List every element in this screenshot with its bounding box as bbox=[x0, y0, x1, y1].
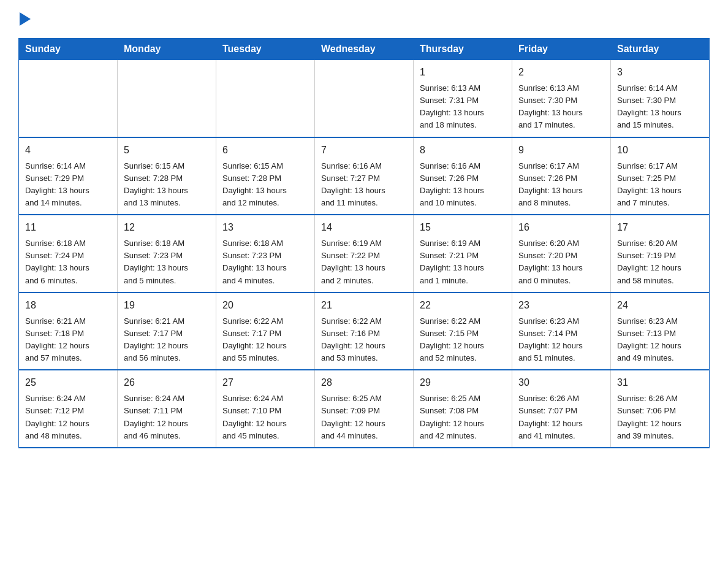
calendar-day-cell: 30Sunrise: 6:26 AM Sunset: 7:07 PM Dayli… bbox=[512, 370, 611, 448]
calendar-day-cell: 2Sunrise: 6:13 AM Sunset: 7:30 PM Daylig… bbox=[512, 60, 611, 137]
calendar-day-cell: 14Sunrise: 6:19 AM Sunset: 7:22 PM Dayli… bbox=[315, 215, 414, 293]
day-number: 23 bbox=[518, 298, 604, 313]
calendar-day-cell: 29Sunrise: 6:25 AM Sunset: 7:08 PM Dayli… bbox=[414, 370, 512, 448]
day-of-week-header: Tuesday bbox=[216, 39, 315, 60]
calendar-week-row: 4Sunrise: 6:14 AM Sunset: 7:29 PM Daylig… bbox=[19, 137, 710, 215]
calendar-day-cell: 17Sunrise: 6:20 AM Sunset: 7:19 PM Dayli… bbox=[611, 215, 710, 293]
day-info: Sunrise: 6:14 AM Sunset: 7:29 PM Dayligh… bbox=[25, 160, 111, 210]
day-info: Sunrise: 6:23 AM Sunset: 7:13 PM Dayligh… bbox=[617, 315, 703, 365]
calendar-day-cell: 21Sunrise: 6:22 AM Sunset: 7:16 PM Dayli… bbox=[315, 293, 414, 370]
day-info: Sunrise: 6:20 AM Sunset: 7:19 PM Dayligh… bbox=[617, 237, 703, 287]
day-number: 20 bbox=[222, 298, 308, 313]
day-number: 8 bbox=[420, 143, 506, 158]
calendar-day-cell: 13Sunrise: 6:18 AM Sunset: 7:23 PM Dayli… bbox=[216, 215, 315, 293]
calendar-day-cell: 15Sunrise: 6:19 AM Sunset: 7:21 PM Dayli… bbox=[414, 215, 512, 293]
calendar-day-cell: 11Sunrise: 6:18 AM Sunset: 7:24 PM Dayli… bbox=[19, 215, 118, 293]
day-number: 5 bbox=[124, 143, 210, 158]
day-of-week-header: Thursday bbox=[414, 39, 512, 60]
day-info: Sunrise: 6:22 AM Sunset: 7:17 PM Dayligh… bbox=[222, 315, 308, 365]
calendar-day-cell: 5Sunrise: 6:15 AM Sunset: 7:28 PM Daylig… bbox=[118, 137, 216, 215]
calendar-week-row: 11Sunrise: 6:18 AM Sunset: 7:24 PM Dayli… bbox=[19, 215, 710, 293]
day-info: Sunrise: 6:24 AM Sunset: 7:11 PM Dayligh… bbox=[124, 393, 210, 442]
day-info: Sunrise: 6:17 AM Sunset: 7:26 PM Dayligh… bbox=[518, 160, 604, 210]
day-info: Sunrise: 6:18 AM Sunset: 7:24 PM Dayligh… bbox=[25, 237, 111, 287]
day-info: Sunrise: 6:22 AM Sunset: 7:16 PM Dayligh… bbox=[321, 315, 407, 365]
day-info: Sunrise: 6:19 AM Sunset: 7:22 PM Dayligh… bbox=[321, 237, 407, 287]
calendar-table: SundayMondayTuesdayWednesdayThursdayFrid… bbox=[18, 38, 710, 448]
day-number: 17 bbox=[617, 220, 703, 235]
day-info: Sunrise: 6:26 AM Sunset: 7:06 PM Dayligh… bbox=[617, 393, 703, 442]
calendar-day-cell bbox=[118, 60, 216, 137]
calendar-day-cell: 19Sunrise: 6:21 AM Sunset: 7:17 PM Dayli… bbox=[118, 293, 216, 370]
calendar-day-cell bbox=[216, 60, 315, 137]
day-number: 10 bbox=[617, 143, 703, 158]
calendar-week-row: 25Sunrise: 6:24 AM Sunset: 7:12 PM Dayli… bbox=[19, 370, 710, 448]
day-number: 2 bbox=[518, 65, 604, 80]
day-number: 13 bbox=[222, 220, 308, 235]
day-number: 24 bbox=[617, 298, 703, 313]
calendar-day-cell: 27Sunrise: 6:24 AM Sunset: 7:10 PM Dayli… bbox=[216, 370, 315, 448]
day-info: Sunrise: 6:18 AM Sunset: 7:23 PM Dayligh… bbox=[222, 237, 308, 287]
day-number: 27 bbox=[222, 375, 308, 390]
day-info: Sunrise: 6:19 AM Sunset: 7:21 PM Dayligh… bbox=[420, 237, 506, 287]
day-info: Sunrise: 6:13 AM Sunset: 7:30 PM Dayligh… bbox=[518, 82, 604, 132]
day-info: Sunrise: 6:13 AM Sunset: 7:31 PM Dayligh… bbox=[420, 82, 506, 132]
day-number: 30 bbox=[518, 375, 604, 390]
day-number: 14 bbox=[321, 220, 407, 235]
day-number: 29 bbox=[420, 375, 506, 390]
day-number: 19 bbox=[124, 298, 210, 313]
calendar-week-row: 18Sunrise: 6:21 AM Sunset: 7:18 PM Dayli… bbox=[19, 293, 710, 370]
day-of-week-header: Friday bbox=[512, 39, 611, 60]
calendar-day-cell: 9Sunrise: 6:17 AM Sunset: 7:26 PM Daylig… bbox=[512, 137, 611, 215]
calendar-day-cell: 8Sunrise: 6:16 AM Sunset: 7:26 PM Daylig… bbox=[414, 137, 512, 215]
calendar-day-cell bbox=[315, 60, 414, 137]
calendar-day-cell: 18Sunrise: 6:21 AM Sunset: 7:18 PM Dayli… bbox=[19, 293, 118, 370]
day-info: Sunrise: 6:25 AM Sunset: 7:08 PM Dayligh… bbox=[420, 393, 506, 442]
day-of-week-header: Wednesday bbox=[315, 39, 414, 60]
day-info: Sunrise: 6:21 AM Sunset: 7:17 PM Dayligh… bbox=[124, 315, 210, 365]
day-number: 26 bbox=[124, 375, 210, 390]
day-number: 16 bbox=[518, 220, 604, 235]
day-number: 28 bbox=[321, 375, 407, 390]
day-number: 15 bbox=[420, 220, 506, 235]
calendar-day-cell: 31Sunrise: 6:26 AM Sunset: 7:06 PM Dayli… bbox=[611, 370, 710, 448]
calendar-day-cell: 4Sunrise: 6:14 AM Sunset: 7:29 PM Daylig… bbox=[19, 137, 118, 215]
day-info: Sunrise: 6:20 AM Sunset: 7:20 PM Dayligh… bbox=[518, 237, 604, 287]
calendar-day-cell: 23Sunrise: 6:23 AM Sunset: 7:14 PM Dayli… bbox=[512, 293, 611, 370]
calendar-day-cell: 24Sunrise: 6:23 AM Sunset: 7:13 PM Dayli… bbox=[611, 293, 710, 370]
day-info: Sunrise: 6:22 AM Sunset: 7:15 PM Dayligh… bbox=[420, 315, 506, 365]
day-of-week-header: Monday bbox=[118, 39, 216, 60]
calendar-day-cell: 25Sunrise: 6:24 AM Sunset: 7:12 PM Dayli… bbox=[19, 370, 118, 448]
day-number: 25 bbox=[25, 375, 111, 390]
day-info: Sunrise: 6:23 AM Sunset: 7:14 PM Dayligh… bbox=[518, 315, 604, 365]
calendar-day-cell: 7Sunrise: 6:16 AM Sunset: 7:27 PM Daylig… bbox=[315, 137, 414, 215]
day-of-week-header: Sunday bbox=[19, 39, 118, 60]
day-info: Sunrise: 6:17 AM Sunset: 7:25 PM Dayligh… bbox=[617, 160, 703, 210]
logo bbox=[18, 12, 31, 26]
day-number: 3 bbox=[617, 65, 703, 80]
day-info: Sunrise: 6:24 AM Sunset: 7:10 PM Dayligh… bbox=[222, 393, 308, 442]
day-number: 9 bbox=[518, 143, 604, 158]
calendar-day-cell: 6Sunrise: 6:15 AM Sunset: 7:28 PM Daylig… bbox=[216, 137, 315, 215]
day-info: Sunrise: 6:18 AM Sunset: 7:23 PM Dayligh… bbox=[124, 237, 210, 287]
calendar-day-cell: 16Sunrise: 6:20 AM Sunset: 7:20 PM Dayli… bbox=[512, 215, 611, 293]
calendar-day-cell: 26Sunrise: 6:24 AM Sunset: 7:11 PM Dayli… bbox=[118, 370, 216, 448]
day-info: Sunrise: 6:14 AM Sunset: 7:30 PM Dayligh… bbox=[617, 82, 703, 132]
page-header bbox=[18, 12, 710, 26]
calendar-day-cell: 10Sunrise: 6:17 AM Sunset: 7:25 PM Dayli… bbox=[611, 137, 710, 215]
day-info: Sunrise: 6:21 AM Sunset: 7:18 PM Dayligh… bbox=[25, 315, 111, 365]
day-info: Sunrise: 6:16 AM Sunset: 7:27 PM Dayligh… bbox=[321, 160, 407, 210]
day-number: 7 bbox=[321, 143, 407, 158]
day-info: Sunrise: 6:26 AM Sunset: 7:07 PM Dayligh… bbox=[518, 393, 604, 442]
day-number: 12 bbox=[124, 220, 210, 235]
day-number: 11 bbox=[25, 220, 111, 235]
calendar-day-cell: 12Sunrise: 6:18 AM Sunset: 7:23 PM Dayli… bbox=[118, 215, 216, 293]
calendar-day-cell: 22Sunrise: 6:22 AM Sunset: 7:15 PM Dayli… bbox=[414, 293, 512, 370]
logo-arrow-icon bbox=[20, 12, 31, 26]
calendar-day-cell: 1Sunrise: 6:13 AM Sunset: 7:31 PM Daylig… bbox=[414, 60, 512, 137]
day-info: Sunrise: 6:16 AM Sunset: 7:26 PM Dayligh… bbox=[420, 160, 506, 210]
calendar-day-cell: 3Sunrise: 6:14 AM Sunset: 7:30 PM Daylig… bbox=[611, 60, 710, 137]
day-number: 4 bbox=[25, 143, 111, 158]
day-info: Sunrise: 6:24 AM Sunset: 7:12 PM Dayligh… bbox=[25, 393, 111, 442]
calendar-header-row: SundayMondayTuesdayWednesdayThursdayFrid… bbox=[19, 39, 710, 60]
